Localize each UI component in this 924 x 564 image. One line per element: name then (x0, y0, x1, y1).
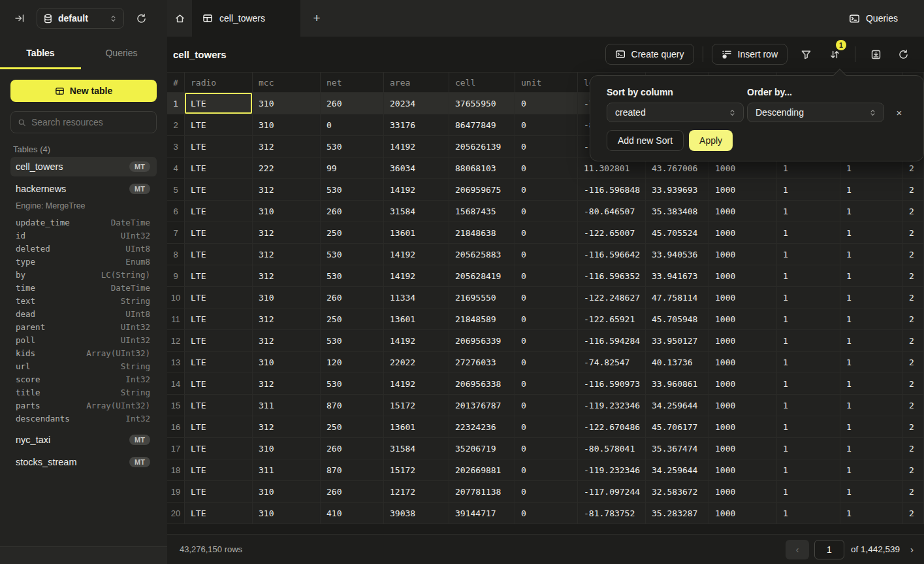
table-cell[interactable]: 2 (903, 308, 924, 329)
table-cell[interactable]: 35206719 (449, 438, 515, 459)
table-cell[interactable]: 1 (840, 179, 903, 200)
table-cell[interactable]: 311 (253, 395, 321, 416)
table-cell[interactable]: 14192 (384, 373, 449, 394)
table-cell[interactable]: 2 (903, 201, 924, 222)
table-cell[interactable]: 530 (321, 136, 384, 157)
table-cell[interactable]: 222 (253, 158, 321, 178)
table-cell[interactable]: -116.590973 (578, 373, 646, 394)
table-cell[interactable]: 205626139 (449, 136, 515, 157)
table-cell[interactable]: 1 (840, 416, 903, 437)
table-cell[interactable]: -74.82547 (578, 352, 646, 373)
table-cell[interactable]: 2 (903, 265, 924, 286)
table-cell[interactable]: 1000 (709, 438, 777, 459)
table-cell[interactable]: 530 (321, 373, 384, 394)
table-cell[interactable]: 250 (321, 222, 384, 243)
table-cell[interactable]: 22324236 (449, 416, 515, 437)
table-cell[interactable]: 1 (840, 395, 903, 416)
table-cell[interactable]: 310 (253, 287, 321, 308)
table-cell[interactable]: LTE (185, 395, 253, 416)
sidebar-item-cell-towers[interactable]: cell_towers MT (10, 157, 157, 176)
table-cell[interactable]: LTE (185, 201, 253, 222)
home-tab-button[interactable] (167, 0, 192, 37)
table-cell[interactable]: 1 (840, 481, 903, 502)
table-cell[interactable]: 1000 (709, 416, 777, 437)
table-cell[interactable]: 31584 (384, 201, 449, 222)
table-cell[interactable]: 201376787 (449, 395, 515, 416)
table-cell[interactable]: 0 (515, 265, 578, 286)
table-cell[interactable]: 39144717 (449, 503, 515, 523)
table-cell[interactable]: 1000 (709, 503, 777, 523)
database-selector[interactable]: default (37, 8, 124, 29)
refresh-connection-button[interactable] (132, 9, 150, 27)
table-cell[interactable]: 206956338 (449, 373, 515, 394)
previous-page-button[interactable]: ‹ (786, 540, 809, 559)
sidebar-tab-tables[interactable]: Tables (0, 37, 81, 69)
insert-row-button[interactable]: Insert row (712, 44, 788, 65)
table-cell[interactable]: LTE (185, 330, 253, 351)
table-row[interactable]: 5LTE312530141922069596750-116.59684833.9… (167, 179, 924, 201)
table-row[interactable]: 6LTE31026031584156874350-80.64650735.383… (167, 201, 924, 222)
table-cell[interactable]: 1 (840, 308, 903, 329)
table-cell[interactable]: LTE (185, 244, 253, 265)
table-cell[interactable]: 1000 (709, 330, 777, 351)
table-cell[interactable]: LTE (185, 222, 253, 243)
table-cell[interactable]: 312 (253, 416, 321, 437)
table-cell[interactable]: LTE (185, 481, 253, 502)
table-cell[interactable]: 32.583672 (646, 481, 709, 502)
table-cell[interactable]: 31584 (384, 438, 449, 459)
table-cell[interactable]: 1000 (709, 395, 777, 416)
table-cell[interactable]: -116.596642 (578, 244, 646, 265)
table-cell[interactable]: 21848638 (449, 222, 515, 243)
table-cell[interactable]: 0 (515, 287, 578, 308)
column-header[interactable]: unit (515, 73, 578, 92)
table-cell[interactable]: 2 (903, 481, 924, 502)
table-cell[interactable]: -122.248627 (578, 287, 646, 308)
table-cell[interactable]: 0 (515, 114, 578, 135)
table-cell[interactable]: LTE (185, 308, 253, 329)
table-cell[interactable]: 2 (903, 416, 924, 437)
table-cell[interactable]: 27276033 (449, 352, 515, 373)
table-cell[interactable]: 260 (321, 201, 384, 222)
table-cell[interactable]: 205625883 (449, 244, 515, 265)
table-cell[interactable]: 202669881 (449, 459, 515, 480)
table-cell[interactable]: -119.232346 (578, 395, 646, 416)
table-cell[interactable]: -80.578041 (578, 438, 646, 459)
sidebar-item-hackernews[interactable]: hackernews MT (10, 179, 157, 199)
table-cell[interactable]: 260 (321, 438, 384, 459)
table-cell[interactable]: 1000 (709, 459, 777, 480)
table-cell[interactable]: 35.367474 (646, 438, 709, 459)
table-cell[interactable]: 0 (515, 481, 578, 502)
table-cell[interactable]: 45.706177 (646, 416, 709, 437)
table-cell[interactable]: 33.960861 (646, 373, 709, 394)
table-cell[interactable]: 2 (903, 330, 924, 351)
table-cell[interactable]: -122.670486 (578, 416, 646, 437)
table-cell[interactable]: 1 (777, 416, 840, 437)
create-query-button[interactable]: Create query (605, 44, 694, 65)
table-cell[interactable]: 20234 (384, 93, 449, 114)
table-cell[interactable]: 2 (903, 352, 924, 373)
table-row[interactable]: 9LTE312530141922056284190-116.59635233.9… (167, 265, 924, 287)
table-cell[interactable]: -119.232346 (578, 459, 646, 480)
table-cell[interactable]: 1000 (709, 481, 777, 502)
table-row[interactable]: 8LTE312530141922056258830-116.59664233.9… (167, 244, 924, 265)
table-cell[interactable]: LTE (185, 373, 253, 394)
new-table-button[interactable]: New table (10, 80, 157, 102)
table-cell[interactable]: 2 (903, 287, 924, 308)
table-cell[interactable]: 45.705948 (646, 308, 709, 329)
table-cell[interactable]: 2 (903, 438, 924, 459)
table-cell[interactable]: 0 (515, 244, 578, 265)
table-cell[interactable]: 1 (840, 373, 903, 394)
table-cell[interactable]: 312 (253, 308, 321, 329)
table-cell[interactable]: 1 (777, 265, 840, 286)
column-header[interactable]: net (321, 73, 384, 92)
table-cell[interactable]: 35.283287 (646, 503, 709, 523)
table-cell[interactable]: LTE (185, 93, 253, 114)
sort-order-select[interactable]: Descending (747, 103, 884, 122)
page-number-input[interactable] (814, 540, 844, 559)
column-header[interactable]: cell (449, 73, 515, 92)
table-cell[interactable]: -116.596352 (578, 265, 646, 286)
table-cell[interactable]: 206959675 (449, 179, 515, 200)
table-cell[interactable]: 14192 (384, 179, 449, 200)
add-new-sort-button[interactable]: Add new Sort (607, 130, 684, 151)
table-cell[interactable]: 35.383408 (646, 201, 709, 222)
